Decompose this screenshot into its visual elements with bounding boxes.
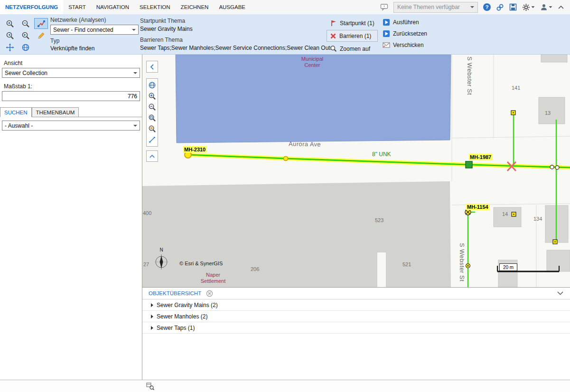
send-button-label: Verschicken <box>393 42 424 48</box>
overview-item-label: Sewer Taps (1) <box>157 325 195 331</box>
barriers-button[interactable]: Barrieren (1) <box>327 30 378 42</box>
ribbon-tabs: NETZVERFOLGUNG START NAVIGATION SELEKTIO… <box>0 0 251 14</box>
execute-button[interactable]: Ausführen <box>383 17 427 28</box>
user-icon <box>540 3 548 11</box>
street-label-aurora-ave: Aurora Ave <box>289 140 321 148</box>
tab-start[interactable]: START <box>63 0 91 14</box>
table-search-button[interactable] <box>146 382 154 390</box>
overview-item-label: Sewer Manholes (2) <box>157 313 207 320</box>
manhole-label-mh1154: MH-1154 <box>466 204 489 210</box>
link-icon <box>496 3 504 11</box>
object-overview-header: OBJEKTÜBERSICHT <box>142 288 570 299</box>
map-viewport[interactable]: Municipal Center Aurora Ave S Webster St… <box>142 55 570 287</box>
topbar-right-controls: Keine Themen verfügbar ? <box>380 2 570 13</box>
sidebar-tabs: SUCHEN THEMENBAUM <box>0 107 142 117</box>
tab-selektion[interactable]: SELEKTION <box>134 0 176 14</box>
draw-tool-button[interactable] <box>34 30 48 41</box>
trace-tool-button[interactable] <box>34 18 48 29</box>
parcel-label: 27 <box>143 261 149 267</box>
network-analysis-group: Netzwerke (Analysen) Sewer - Find connec… <box>50 17 139 52</box>
startpoint-button-label: Startpunkt (1) <box>340 20 374 27</box>
map-zoom-in-button[interactable] <box>147 91 158 102</box>
map-zoom-window-button[interactable] <box>147 112 158 123</box>
magnifier-selection-icon <box>148 125 156 133</box>
view-combobox[interactable]: Sewer Collection <box>2 68 140 78</box>
scale-input[interactable] <box>2 91 140 101</box>
map-zoom-selection-button[interactable] <box>147 123 158 134</box>
expand-caret-icon <box>151 315 153 318</box>
reset-button[interactable]: Zurücksetzen <box>383 28 427 39</box>
tab-suchen[interactable]: SUCHEN <box>0 107 32 117</box>
link-button[interactable] <box>496 3 504 11</box>
map-full-extent-button[interactable] <box>147 80 158 91</box>
magnifier-plus-icon <box>148 92 156 100</box>
barrier-theme-value: Sewer Taps;Sewer Manholes;Sewer Service … <box>140 44 333 52</box>
pan-tool-button[interactable] <box>3 42 17 53</box>
manhole-lateral-marker[interactable] <box>466 264 470 268</box>
zoom-previous-tool-button[interactable] <box>3 30 17 41</box>
north-label: N <box>155 247 168 252</box>
tab-zeichnen[interactable]: ZEICHNEN <box>176 0 214 14</box>
pan-arrows-icon <box>6 43 14 52</box>
overview-item-label: Sewer Gravity Mains (2) <box>157 302 218 308</box>
map-zoom-out-button[interactable] <box>147 102 158 112</box>
map-toolbar-collapse-button[interactable] <box>146 150 158 162</box>
zoom-to-button[interactable]: Zoomen auf <box>327 43 378 55</box>
close-panel-button[interactable] <box>206 290 213 297</box>
scale-label: Maßstab 1: <box>4 83 142 90</box>
collapse-panel-button[interactable] <box>146 61 158 73</box>
zoom-next-tool-button[interactable] <box>19 30 32 41</box>
parcel-label: 14 <box>502 211 508 217</box>
ribbon-netzverfolgung: Netzwerke (Analysen) Sewer - Find connec… <box>0 14 570 55</box>
status-bar <box>0 380 570 392</box>
view-combobox-value: Sewer Collection <box>5 70 47 76</box>
search-selection-combobox[interactable]: - Auswahl - <box>2 121 140 131</box>
feedback-bubble-icon[interactable] <box>380 3 388 11</box>
chevron-down-icon <box>532 6 535 8</box>
themes-dropdown[interactable]: Keine Themen verfügbar <box>393 2 478 13</box>
zoom-in-tool-button[interactable] <box>3 18 17 29</box>
road-area <box>142 181 451 287</box>
chevron-up-icon <box>558 5 564 9</box>
tab-netzverfolgung[interactable]: NETZVERFOLGUNG <box>0 0 63 14</box>
manhole-mh1987-marker[interactable] <box>466 161 472 168</box>
speech-bubble-icon <box>380 3 388 11</box>
collapse-ribbon-button[interactable] <box>558 5 564 9</box>
overview-item-taps[interactable]: Sewer Taps (1) <box>142 322 570 334</box>
overview-item-gravity-mains[interactable]: Sewer Gravity Mains (2) <box>142 299 570 311</box>
tab-navigation[interactable]: NAVIGATION <box>91 0 134 14</box>
settings-menu-button[interactable] <box>522 3 535 11</box>
tab-ausgabe[interactable]: AUSGABE <box>214 0 251 14</box>
magnifier-rectangle-icon <box>148 114 156 122</box>
themes-dropdown-value: Keine Themen verfügbar <box>397 4 460 10</box>
startpoint-button[interactable]: Startpunkt (1) <box>327 17 378 29</box>
full-extent-tool-button[interactable] <box>19 42 32 53</box>
zoom-out-tool-button[interactable] <box>19 18 32 29</box>
expand-arrows-icon <box>148 136 156 144</box>
send-button[interactable]: Verschicken <box>383 39 427 51</box>
naper-settlement-label: Naper Settlement <box>192 272 234 284</box>
magnifier-forward-icon <box>21 31 30 40</box>
save-button[interactable] <box>509 3 517 11</box>
close-icon <box>206 290 213 297</box>
overview-item-manholes[interactable]: Sewer Manholes (2) <box>142 311 570 322</box>
ribbon-zoom-tools <box>2 18 49 53</box>
globe-icon <box>21 43 30 52</box>
manhole-label-mh1987: MH-1987 <box>469 154 492 160</box>
magnifier-plus-icon <box>6 19 14 28</box>
help-button[interactable]: ? <box>483 3 491 11</box>
tab-themenbaum[interactable]: THEMENBAUM <box>32 107 79 117</box>
network-label: Netzwerke (Analysen) <box>50 17 139 23</box>
parcel-label: 141 <box>512 85 520 91</box>
magnifier-back-icon <box>6 31 14 40</box>
manhole-mid-marker[interactable] <box>284 157 288 161</box>
network-combobox[interactable]: Sewer - Find connected <box>50 25 139 35</box>
user-menu-button[interactable] <box>540 3 552 11</box>
collapse-overview-button[interactable] <box>557 291 563 295</box>
chevron-left-icon <box>150 64 155 70</box>
barrier-x-icon <box>330 33 336 39</box>
municipal-center-label: Municipal Center <box>293 56 331 68</box>
map-attribution: © Esri & SynerGIS <box>179 261 223 266</box>
map-expand-button[interactable] <box>147 134 158 145</box>
barrier-theme-label: Barrieren Thema <box>140 36 333 44</box>
